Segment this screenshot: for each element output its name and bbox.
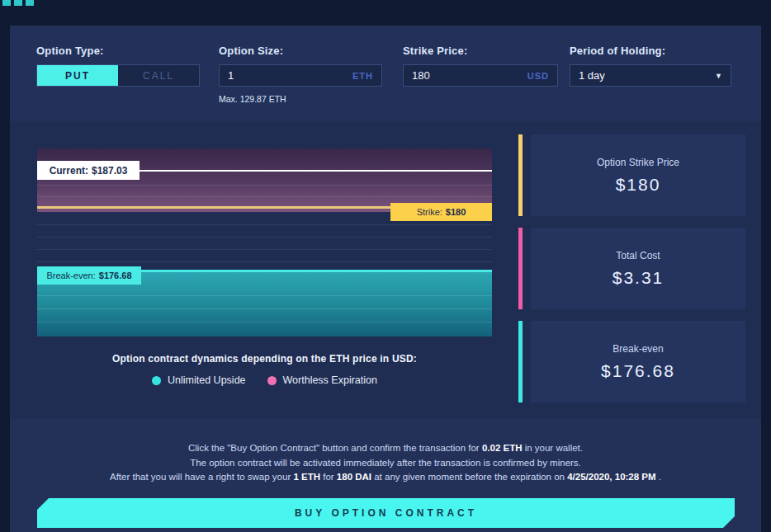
logo-mark-icon bbox=[26, 0, 34, 6]
gridline bbox=[37, 249, 492, 250]
cyan-accent-bar bbox=[518, 321, 523, 403]
option-size-input[interactable] bbox=[228, 69, 352, 82]
call-toggle-button[interactable]: CALL bbox=[118, 65, 199, 86]
gridline bbox=[37, 237, 492, 238]
card-value: $180 bbox=[616, 175, 661, 195]
current-price-label: Current:$187.03 bbox=[37, 161, 140, 180]
band-gridline bbox=[37, 308, 492, 309]
break-even-tag-text: Break-even: bbox=[46, 271, 95, 280]
cyan-dot-icon bbox=[152, 376, 161, 385]
option-size-label: Option Size: bbox=[219, 45, 382, 57]
break-even-tag-value: $176.68 bbox=[99, 271, 132, 280]
period-of-holding-select[interactable]: 1 day ▼ bbox=[570, 64, 731, 87]
strike-tag-value: $180 bbox=[446, 207, 466, 217]
option-type-label: Option Type: bbox=[36, 45, 200, 57]
pink-dot-icon bbox=[267, 376, 277, 385]
legend-label: Unlimited Upside bbox=[168, 374, 245, 386]
card-value: $176.68 bbox=[601, 361, 675, 381]
logo-mark-icon bbox=[14, 0, 22, 6]
period-selected-value: 1 day bbox=[579, 69, 605, 82]
strike-price-label: Strike Price: bbox=[403, 45, 558, 57]
instruction-line-3: After that you will have a right to swap… bbox=[10, 470, 761, 485]
period-of-holding-label: Period of Holding: bbox=[570, 45, 731, 57]
band-gridline bbox=[37, 295, 492, 296]
option-type-group: Option Type: PUT CALL bbox=[36, 45, 200, 87]
instruction-line-1: Click the "Buy Option Contract" button a… bbox=[10, 441, 761, 456]
gridline bbox=[37, 261, 492, 262]
summary-cards: Option Strike Price $180 Total Cost $3.3… bbox=[518, 134, 745, 414]
chart-legend: Unlimited Upside Worthless Expiration bbox=[37, 374, 492, 386]
strike-price-input[interactable] bbox=[412, 69, 527, 82]
card-value: $3.31 bbox=[613, 268, 665, 288]
legend-label: Worthless Expiration bbox=[283, 374, 377, 386]
card-title: Total Cost bbox=[616, 250, 660, 261]
logo-mark-icon bbox=[2, 0, 11, 6]
option-size-max-helper: Max. 129.87 ETH bbox=[219, 94, 382, 104]
strike-price-group: Strike Price: USD bbox=[403, 45, 558, 87]
price-dynamics-chart: Current:$187.03 Strike:$180 Break-even:$… bbox=[37, 148, 492, 337]
brand-logo bbox=[2, 0, 34, 6]
option-size-inputbox: ETH bbox=[219, 64, 382, 87]
gridline bbox=[37, 224, 492, 225]
total-cost-card: Total Cost $3.31 bbox=[518, 228, 745, 309]
option-type-toggle: PUT CALL bbox=[36, 64, 200, 87]
yellow-accent-bar bbox=[518, 134, 523, 216]
confirmation-panel: Click the "Buy Option Contract" button a… bbox=[10, 419, 761, 532]
period-of-holding-group: Period of Holding: 1 day ▼ bbox=[570, 45, 731, 87]
band-gridline bbox=[37, 196, 492, 197]
break-even-tag: Break-even:$176.68 bbox=[37, 266, 141, 285]
instructions-text: Click the "Buy Option Contract" button a… bbox=[10, 419, 761, 485]
option-size-unit: ETH bbox=[352, 71, 373, 81]
band-gridline bbox=[37, 322, 492, 322]
option-form-panel: Option Type: PUT CALL Option Size: ETH M… bbox=[10, 26, 761, 121]
band-gridline bbox=[37, 185, 492, 186]
current-price-value: $187.03 bbox=[92, 165, 127, 177]
instruction-line-2: The option contract will be activated im… bbox=[10, 456, 761, 471]
strike-price-card: Option Strike Price $180 bbox=[518, 134, 745, 216]
strike-price-tag: Strike:$180 bbox=[390, 203, 492, 221]
chevron-down-icon: ▼ bbox=[715, 72, 722, 80]
pink-accent-bar bbox=[518, 228, 523, 309]
card-title: Break-even bbox=[613, 343, 663, 355]
card-title: Option Strike Price bbox=[597, 157, 679, 168]
put-toggle-button[interactable]: PUT bbox=[37, 65, 118, 86]
break-even-card: Break-even $176.68 bbox=[518, 321, 745, 403]
option-size-group: Option Size: ETH Max. 129.87 ETH bbox=[219, 45, 382, 104]
chart-caption: Option contract dynamics depending on th… bbox=[37, 353, 492, 365]
strike-price-inputbox: USD bbox=[403, 64, 558, 87]
option-dynamics-panel: Current:$187.03 Strike:$180 Break-even:$… bbox=[10, 121, 761, 419]
strike-tag-text: Strike: bbox=[417, 207, 442, 217]
legend-item-unlimited-upside: Unlimited Upside bbox=[152, 374, 245, 386]
strike-price-unit: USD bbox=[527, 71, 549, 81]
buy-option-contract-button[interactable]: BUY OPTION CONTRACT bbox=[37, 498, 735, 528]
current-price-label-text: Current: bbox=[50, 165, 88, 177]
legend-item-worthless-expiration: Worthless Expiration bbox=[267, 374, 377, 386]
